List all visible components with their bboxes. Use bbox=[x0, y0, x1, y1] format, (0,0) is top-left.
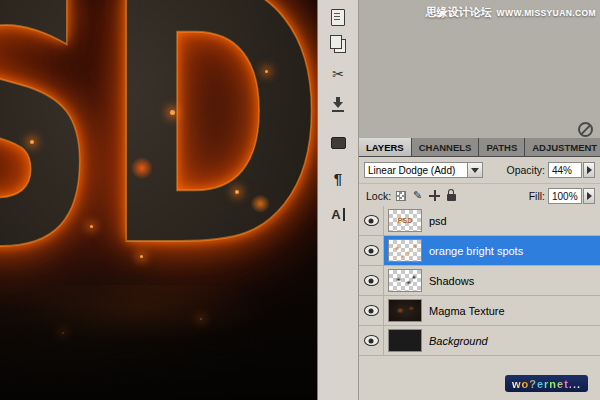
eye-icon bbox=[364, 335, 379, 346]
fill-label: Fill: bbox=[529, 190, 545, 202]
eye-icon bbox=[364, 305, 379, 316]
lock-pixels-brush-icon[interactable]: ✎ bbox=[413, 190, 422, 201]
tab-channels[interactable]: CHANNELS bbox=[412, 138, 480, 157]
visibility-toggle[interactable] bbox=[359, 266, 384, 295]
opacity-field[interactable]: 44% bbox=[548, 162, 582, 178]
layer-row-magma-texture[interactable]: Magma Texture bbox=[359, 296, 600, 326]
layer-row-orange-bright-spots[interactable]: orange bright spots bbox=[359, 236, 600, 266]
watermark-missyuan: 思缘设计论坛 WWW.MISSYUAN.COM bbox=[426, 5, 596, 20]
lock-buttons: ✎ bbox=[396, 190, 456, 201]
blend-mode-value: Linear Dodge (Add) bbox=[368, 165, 455, 176]
watermark-url-text: WWW.MISSYUAN.COM bbox=[497, 8, 596, 18]
swatch-panel-icon[interactable] bbox=[331, 137, 346, 149]
blend-mode-select[interactable]: Linear Dodge (Add) bbox=[364, 162, 468, 178]
layer-thumbnail[interactable] bbox=[388, 299, 422, 322]
blend-opacity-row: Linear Dodge (Add) Opacity: 44% bbox=[359, 157, 600, 184]
visibility-toggle[interactable] bbox=[359, 236, 384, 265]
ember-spark bbox=[90, 225, 93, 228]
export-panel-icon[interactable] bbox=[332, 97, 344, 112]
eye-icon bbox=[364, 275, 379, 286]
ember-spark bbox=[30, 140, 34, 144]
canvas-floor-shadow bbox=[0, 285, 317, 400]
ember-spark bbox=[235, 190, 239, 194]
layer-thumbnail[interactable] bbox=[388, 329, 422, 352]
lock-transparency-icon[interactable] bbox=[396, 191, 406, 201]
visibility-toggle[interactable] bbox=[359, 206, 384, 235]
scissors-panel-icon[interactable]: ✂ bbox=[332, 67, 344, 81]
lock-fill-row: Lock: ✎ Fill: 100% bbox=[359, 184, 600, 208]
circle-slash-icon bbox=[578, 122, 593, 137]
layer-thumbnail[interactable] bbox=[388, 239, 422, 262]
export-icon-base bbox=[332, 110, 344, 112]
duplicate-panel-icon[interactable] bbox=[334, 39, 346, 53]
layer-row-psd[interactable]: PSD psd bbox=[359, 206, 600, 236]
ember-spark bbox=[140, 255, 143, 258]
visibility-toggle[interactable] bbox=[359, 296, 384, 325]
layer-row-background[interactable]: Background bbox=[359, 326, 600, 356]
watermark-chinese-text: 思缘设计论坛 bbox=[426, 5, 492, 20]
lock-position-icon[interactable] bbox=[429, 190, 440, 201]
visibility-toggle[interactable] bbox=[359, 326, 384, 355]
ember-spark bbox=[170, 110, 175, 115]
lock-all-padlock-icon[interactable] bbox=[447, 194, 456, 201]
blend-mode-dropdown-arrow[interactable] bbox=[468, 162, 483, 178]
layer-name: Magma Texture bbox=[429, 305, 505, 317]
layer-name: Shadows bbox=[429, 275, 474, 287]
layer-thumbnail[interactable] bbox=[388, 269, 422, 292]
fill-field[interactable]: 100% bbox=[548, 188, 582, 204]
watermark-bottom: wo?ernet... bbox=[505, 375, 588, 392]
character-panel-icon[interactable]: A bbox=[331, 208, 344, 221]
layers-panel-body: Linear Dodge (Add) Opacity: 44% Lock: ✎ … bbox=[359, 157, 600, 400]
clipboard-panel-icon[interactable] bbox=[331, 9, 345, 26]
opacity-label: Opacity: bbox=[506, 164, 545, 176]
layer-name: psd bbox=[429, 215, 447, 227]
panel-tabs: LAYERS CHANNELS PATHS ADJUSTMENT M bbox=[359, 138, 600, 157]
eye-icon bbox=[364, 245, 379, 256]
layer-name: orange bright spots bbox=[429, 245, 523, 257]
tab-paths[interactable]: PATHS bbox=[479, 138, 525, 157]
chevron-right-icon bbox=[587, 192, 592, 200]
lock-label: Lock: bbox=[366, 190, 391, 202]
document-canvas[interactable]: SD SD SD bbox=[0, 0, 317, 400]
watermark-bottom-text: wo?ernet... bbox=[512, 378, 581, 390]
layer-name: Background bbox=[429, 335, 488, 347]
panel-dock: ✂ ¶ A bbox=[317, 0, 359, 400]
right-panel: 思缘设计论坛 WWW.MISSYUAN.COM LAYERS CHANNELS … bbox=[359, 0, 600, 400]
layer-thumbnail[interactable]: PSD bbox=[388, 209, 422, 232]
paragraph-panel-icon[interactable]: ¶ bbox=[334, 171, 342, 186]
fill-slider-button[interactable] bbox=[583, 188, 595, 204]
layer-list: PSD psd orange bright spots Shadow bbox=[359, 206, 600, 356]
opacity-slider-button[interactable] bbox=[583, 162, 595, 178]
thumbnail-text: PSD bbox=[398, 217, 412, 224]
photoshop-window: SD SD SD ✂ ¶ A 思缘设计论坛 WWW.MISSYUAN.COM L… bbox=[0, 0, 600, 400]
tab-layers[interactable]: LAYERS bbox=[359, 138, 412, 157]
eye-icon bbox=[364, 215, 379, 226]
tab-adjustments[interactable]: ADJUSTMENT M bbox=[525, 138, 600, 157]
layer-row-shadows[interactable]: Shadows bbox=[359, 266, 600, 296]
chevron-down-icon bbox=[471, 168, 479, 173]
ember-spark bbox=[265, 70, 268, 73]
chevron-right-icon bbox=[587, 166, 592, 174]
lava-text-rim: SD bbox=[0, 0, 317, 296]
